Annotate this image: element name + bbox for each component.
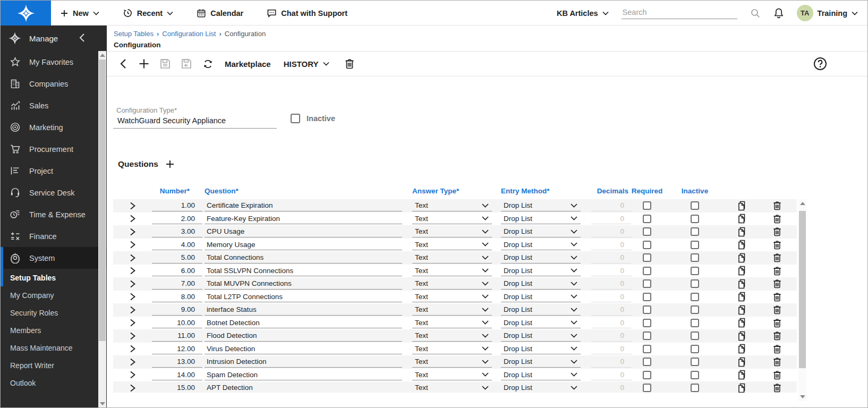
question-number-field[interactable]: 1.00	[152, 200, 202, 211]
question-text-field[interactable]: Feature-Key Expiration	[205, 213, 402, 224]
sidebar-item-project[interactable]: Project	[1, 160, 107, 182]
question-number-field[interactable]: 5.00	[152, 252, 202, 264]
copy-row-icon[interactable]	[738, 305, 747, 315]
answer-type-dropdown[interactable]: Text	[412, 304, 492, 316]
required-checkbox[interactable]	[643, 384, 651, 392]
sidebar-item-report-writer[interactable]: Report Writer	[1, 356, 107, 374]
question-text-field[interactable]: APT Detection	[205, 382, 402, 393]
copy-row-icon[interactable]	[738, 331, 747, 341]
delete-row-icon[interactable]	[773, 266, 781, 276]
question-text-field[interactable]: Spam Detection	[205, 369, 402, 380]
entry-method-dropdown[interactable]: Drop List	[501, 304, 581, 316]
expand-row-chevron-icon[interactable]	[129, 202, 136, 210]
scroll-up-arrow[interactable]	[100, 54, 105, 57]
scrollbar-thumb[interactable]	[799, 211, 806, 368]
delete-row-icon[interactable]	[773, 331, 781, 341]
sidebar-item-outlook[interactable]: Outlook	[1, 374, 107, 392]
expand-row-chevron-icon[interactable]	[129, 280, 136, 288]
entry-method-dropdown[interactable]: Drop List	[501, 226, 581, 237]
entry-method-dropdown[interactable]: Drop List	[501, 369, 581, 380]
row-inactive-checkbox[interactable]	[691, 358, 699, 366]
sidebar-scrollbar[interactable]	[98, 51, 106, 408]
delete-row-icon[interactable]	[773, 253, 781, 262]
copy-row-icon[interactable]	[738, 201, 747, 211]
calendar-button[interactable]: Calendar	[197, 8, 243, 18]
copy-row-icon[interactable]	[738, 227, 747, 237]
question-text-field[interactable]: Certificate Expiration	[205, 200, 402, 211]
expand-row-chevron-icon[interactable]	[129, 358, 136, 366]
row-inactive-checkbox[interactable]	[691, 319, 699, 327]
column-header-inactive[interactable]: Inactive	[662, 187, 727, 195]
connectwise-logo[interactable]	[1, 1, 51, 26]
expand-row-chevron-icon[interactable]	[129, 293, 136, 301]
question-text-field[interactable]: Virus Detection	[205, 343, 402, 354]
entry-method-dropdown[interactable]: Drop List	[501, 356, 581, 368]
delete-row-icon[interactable]	[773, 318, 781, 328]
copy-row-icon[interactable]	[738, 292, 747, 302]
required-checkbox[interactable]	[643, 241, 651, 249]
sidebar-item-setup-tables[interactable]: Setup Tables	[1, 269, 107, 286]
expand-row-chevron-icon[interactable]	[129, 241, 136, 249]
answer-type-dropdown[interactable]: Text	[412, 291, 492, 302]
sidebar-item-procurement[interactable]: Procurement	[1, 138, 107, 160]
delete-row-icon[interactable]	[773, 370, 781, 380]
entry-method-dropdown[interactable]: Drop List	[501, 330, 581, 342]
global-search-field[interactable]	[622, 7, 737, 19]
question-text-field[interactable]: Memory Usage	[205, 239, 402, 250]
copy-row-icon[interactable]	[738, 253, 747, 263]
sidebar-item-mass-maintenance[interactable]: Mass Maintenance	[1, 339, 107, 356]
question-text-field[interactable]: Total Connections	[205, 252, 402, 264]
question-number-field[interactable]: 2.00	[152, 213, 202, 224]
expand-row-chevron-icon[interactable]	[129, 215, 136, 223]
delete-row-icon[interactable]	[773, 240, 781, 250]
row-inactive-checkbox[interactable]	[691, 279, 699, 288]
answer-type-dropdown[interactable]: Text	[412, 343, 492, 354]
notifications-bell-icon[interactable]	[773, 7, 784, 19]
row-inactive-checkbox[interactable]	[691, 227, 699, 236]
delete-row-icon[interactable]	[773, 292, 781, 302]
question-text-field[interactable]: Total MUVPN Connections	[205, 278, 402, 290]
row-inactive-checkbox[interactable]	[691, 305, 699, 314]
delete-button[interactable]	[339, 53, 360, 74]
required-checkbox[interactable]	[643, 227, 651, 236]
answer-type-dropdown[interactable]: Text	[412, 382, 492, 393]
entry-method-dropdown[interactable]: Drop List	[501, 291, 581, 302]
copy-row-icon[interactable]	[738, 266, 747, 276]
sidebar-item-service-desk[interactable]: Service Desk	[1, 182, 107, 203]
sidebar-item-members[interactable]: Members	[1, 321, 107, 339]
column-header-required[interactable]: Required	[632, 187, 662, 195]
question-number-field[interactable]: 7.00	[152, 278, 202, 290]
scroll-down-arrow[interactable]	[800, 395, 805, 398]
sidebar-item-security-roles[interactable]: Security Roles	[1, 304, 107, 321]
inactive-checkbox[interactable]	[291, 114, 300, 123]
breadcrumb-link-configuration-list[interactable]: Configuration List	[162, 30, 216, 38]
required-checkbox[interactable]	[643, 371, 651, 379]
column-header-question[interactable]: Question*	[205, 187, 402, 195]
sidebar-item-finance[interactable]: Finance	[1, 225, 107, 247]
column-header-answer-type[interactable]: Answer Type*	[412, 187, 492, 195]
copy-row-icon[interactable]	[738, 279, 747, 289]
configuration-type-value[interactable]: WatchGuard Security Appliance	[113, 114, 277, 129]
question-number-field[interactable]: 11.00	[152, 330, 202, 342]
sidebar-item-companies[interactable]: Companies	[1, 73, 107, 95]
sidebar-item-my-favorites[interactable]: My Favorites	[1, 51, 107, 73]
copy-row-icon[interactable]	[738, 357, 747, 367]
scroll-up-arrow[interactable]	[800, 202, 805, 205]
question-number-field[interactable]: 8.00	[152, 291, 202, 302]
sidebar-item-system[interactable]: System	[1, 247, 107, 269]
question-text-field[interactable]: Intrusion Detection	[205, 356, 402, 368]
entry-method-dropdown[interactable]: Drop List	[501, 252, 581, 264]
row-inactive-checkbox[interactable]	[691, 384, 699, 392]
row-inactive-checkbox[interactable]	[691, 267, 699, 275]
required-checkbox[interactable]	[643, 319, 651, 327]
row-inactive-checkbox[interactable]	[691, 293, 699, 301]
avatar[interactable]: TA	[797, 5, 813, 21]
delete-row-icon[interactable]	[773, 344, 781, 354]
answer-type-dropdown[interactable]: Text	[412, 239, 492, 250]
marketplace-button[interactable]: Marketplace	[225, 60, 271, 69]
row-inactive-checkbox[interactable]	[691, 201, 699, 210]
expand-row-chevron-icon[interactable]	[129, 228, 136, 236]
entry-method-dropdown[interactable]: Drop List	[501, 343, 581, 354]
question-number-field[interactable]: 3.00	[152, 226, 202, 237]
expand-row-chevron-icon[interactable]	[129, 267, 136, 275]
